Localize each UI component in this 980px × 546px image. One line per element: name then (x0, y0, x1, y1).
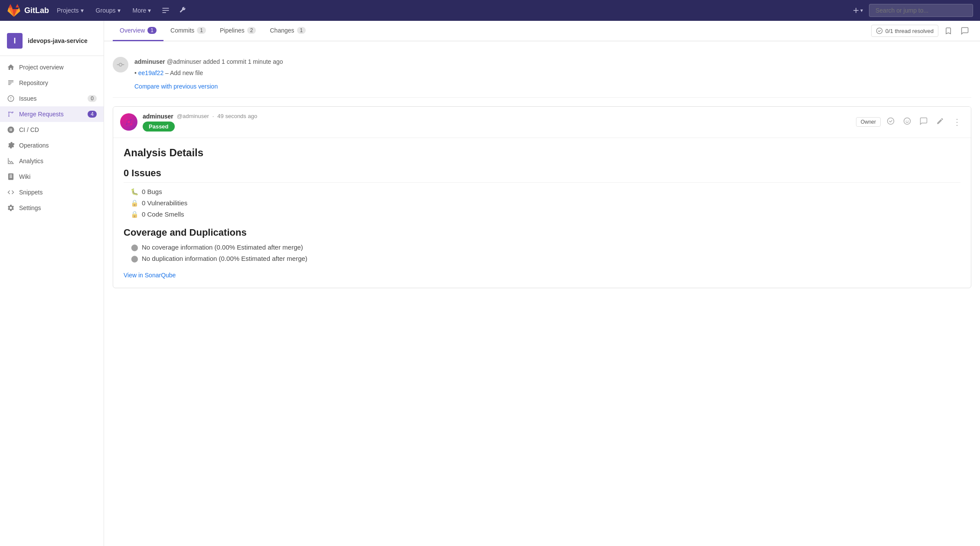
svg-point-8 (8, 112, 10, 113)
svg-point-20 (126, 124, 127, 125)
project-name: idevops-java-service (28, 37, 88, 44)
svg-rect-17 (127, 121, 130, 123)
tab-overview[interactable]: Overview 1 (113, 21, 163, 41)
reply-icon-button[interactable] (917, 115, 930, 128)
svg-point-12 (119, 63, 122, 66)
sonarqube-link[interactable]: View in SonarQube (124, 272, 176, 279)
changes-badge: 1 (297, 27, 306, 34)
gitlab-logo[interactable]: GitLab (7, 3, 49, 17)
global-search-input[interactable] (869, 4, 973, 17)
sidebar-item-wiki[interactable]: Wiki (0, 169, 104, 184)
tabs-right-actions: 0/1 thread resolved (871, 24, 971, 37)
svg-point-7 (10, 99, 11, 100)
bookmark-icon-button[interactable] (942, 24, 955, 37)
tab-changes[interactable]: Changes 1 (263, 21, 313, 41)
top-navigation: GitLab Projects ▾ Groups ▾ More ▾ ▾ (0, 0, 980, 21)
vulnerabilities-item: 🔒 0 Vulnerabilities (131, 199, 960, 207)
svg-point-19 (131, 119, 132, 121)
sidebar-item-settings[interactable]: Settings (0, 200, 104, 216)
commit-icon (113, 57, 128, 72)
analysis-title: Analysis Details (124, 147, 960, 159)
coverage-section: Coverage and Duplications ⬤ No coverage … (124, 227, 960, 279)
coverage-item-1: ⬤ No coverage information (0.00% Estimat… (131, 243, 960, 251)
sidebar: I idevops-java-service Project overview … (0, 21, 104, 546)
svg-rect-2 (163, 12, 166, 13)
plus-icon-button[interactable]: ▾ (849, 3, 866, 17)
compare-with-previous-link[interactable]: Compare with previous version (134, 83, 218, 90)
issues-list: 🐛 0 Bugs 🔒 0 Vulnerabilities 🔒 0 Code Sm… (131, 188, 960, 218)
svg-point-11 (876, 28, 882, 33)
svg-point-18 (126, 119, 127, 121)
bug-icon: 🐛 (131, 188, 138, 196)
main-content: Overview 1 Commits 1 Pipelines 2 Changes… (104, 21, 980, 546)
more-nav-button[interactable]: More ▾ (128, 4, 156, 16)
commits-badge: 1 (197, 27, 206, 34)
thread-resolved-indicator: 0/1 thread resolved (871, 25, 938, 37)
sidebar-item-issues[interactable]: Issues 0 (0, 91, 104, 106)
svg-point-10 (12, 112, 13, 113)
coverage-section-title: Coverage and Duplications (124, 227, 960, 238)
activity-icon-button[interactable] (159, 3, 173, 17)
commit-hash-link[interactable]: ee19af22 (138, 69, 163, 76)
review-body: Analysis Details 0 Issues 🐛 0 Bugs 🔒 0 V… (113, 138, 971, 288)
coverage-icon-1: ⬤ (131, 243, 138, 251)
wrench-icon-button[interactable] (176, 3, 190, 17)
passed-status-badge: Passed (143, 122, 175, 132)
svg-point-9 (8, 115, 10, 117)
issues-section-title: 0 Issues (124, 168, 960, 183)
review-header: adminuser @adminuser · 49 seconds ago Pa… (113, 107, 971, 138)
sidebar-item-project-overview[interactable]: Project overview (0, 59, 104, 75)
bugs-item: 🐛 0 Bugs (131, 188, 960, 196)
review-actions: Owner ⋮ (856, 115, 964, 129)
project-avatar: I (7, 33, 23, 49)
commit-details: adminuser @adminuser added 1 commit 1 mi… (134, 57, 283, 90)
tabs-bar: Overview 1 Commits 1 Pipelines 2 Changes… (104, 21, 980, 41)
coverage-icon-2: ⬤ (131, 255, 138, 263)
overview-badge: 1 (147, 27, 157, 34)
svg-rect-0 (163, 8, 169, 9)
code-smell-icon: 🔒 (131, 211, 138, 218)
emoji-icon-button[interactable] (901, 115, 914, 128)
sidebar-item-operations[interactable]: Operations (0, 138, 104, 153)
svg-point-24 (906, 120, 907, 121)
issues-badge: 0 (88, 95, 97, 102)
sidebar-item-merge-requests[interactable]: Merge Requests 4 (0, 106, 104, 122)
tab-pipelines[interactable]: Pipelines 2 (213, 21, 263, 41)
pipelines-badge: 2 (247, 27, 256, 34)
merge-requests-badge: 4 (88, 111, 97, 118)
review-card: adminuser @adminuser · 49 seconds ago Pa… (113, 106, 971, 288)
approve-icon-button[interactable] (884, 115, 897, 128)
edit-icon-button[interactable] (934, 115, 947, 128)
sidebar-item-snippets[interactable]: Snippets (0, 184, 104, 200)
projects-nav-button[interactable]: Projects ▾ (52, 4, 88, 16)
more-options-button[interactable]: ⋮ (950, 115, 964, 129)
svg-point-25 (908, 120, 909, 121)
commit-block: adminuser @adminuser added 1 commit 1 mi… (113, 50, 971, 98)
reviewer-info: adminuser @adminuser · 49 seconds ago Pa… (143, 113, 257, 132)
code-smells-item: 🔒 0 Code Smells (131, 211, 960, 218)
coverage-item-2: ⬤ No duplication information (0.00% Esti… (131, 255, 960, 263)
sidebar-item-repository[interactable]: Repository (0, 75, 104, 91)
svg-point-21 (131, 124, 132, 125)
svg-point-23 (904, 118, 911, 125)
groups-nav-button[interactable]: Groups ▾ (91, 4, 125, 16)
sidebar-item-analytics[interactable]: Analytics (0, 153, 104, 169)
svg-rect-1 (163, 10, 169, 11)
coverage-list: ⬤ No coverage information (0.00% Estimat… (131, 243, 960, 263)
project-header: I idevops-java-service (0, 28, 104, 56)
svg-point-22 (888, 118, 894, 125)
vulnerability-icon: 🔒 (131, 199, 138, 207)
reviewer-avatar (120, 113, 137, 131)
comment-icon-button[interactable] (958, 24, 971, 37)
owner-badge: Owner (856, 117, 881, 127)
tab-commits[interactable]: Commits 1 (163, 21, 213, 41)
sidebar-item-ci-cd[interactable]: CI / CD (0, 122, 104, 138)
content-area: adminuser @adminuser added 1 commit 1 mi… (104, 41, 980, 297)
svg-rect-4 (853, 10, 859, 11)
